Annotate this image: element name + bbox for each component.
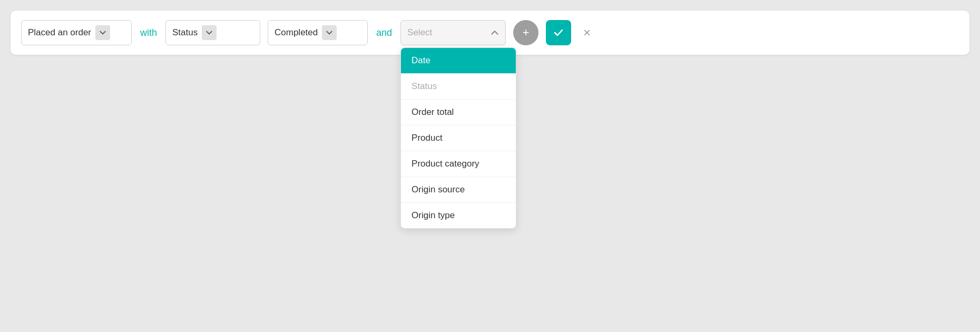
select-wrapper: Select Date Status Order total Product P… (400, 20, 506, 45)
completed-dropdown[interactable]: Completed (268, 20, 368, 45)
select-dropdown-menu: Date Status Order total Product Product … (400, 47, 516, 229)
connector-and: and (375, 27, 393, 38)
close-button[interactable]: × (579, 24, 595, 41)
select-main-placeholder: Select (407, 27, 486, 38)
plus-icon: + (523, 26, 530, 40)
status-field-arrow[interactable] (202, 25, 217, 40)
menu-item-status[interactable]: Status (401, 74, 516, 100)
completed-label: Completed (275, 27, 318, 38)
status-field-label: Status (172, 27, 198, 38)
placed-order-dropdown[interactable]: Placed an order (21, 20, 132, 45)
menu-item-origin-type[interactable]: Origin type (401, 203, 516, 228)
menu-item-origin-source[interactable]: Origin source (401, 177, 516, 203)
placed-order-arrow[interactable] (95, 25, 110, 40)
completed-arrow[interactable] (322, 25, 337, 40)
confirm-button[interactable] (546, 20, 571, 45)
menu-item-order-total[interactable]: Order total (401, 100, 516, 125)
menu-item-product[interactable]: Product (401, 125, 516, 151)
menu-item-product-category[interactable]: Product category (401, 151, 516, 177)
placed-order-label: Placed an order (28, 27, 91, 38)
select-main-arrow-icon (491, 28, 499, 37)
select-main-dropdown[interactable]: Select (400, 20, 506, 45)
close-icon: × (583, 25, 591, 40)
menu-item-date[interactable]: Date (401, 48, 516, 74)
check-icon (553, 27, 564, 38)
connector-with: with (139, 27, 158, 38)
add-condition-button[interactable]: + (513, 20, 538, 45)
filter-bar: Placed an order with Status Completed an… (11, 11, 969, 55)
status-field-dropdown[interactable]: Status (165, 20, 260, 45)
